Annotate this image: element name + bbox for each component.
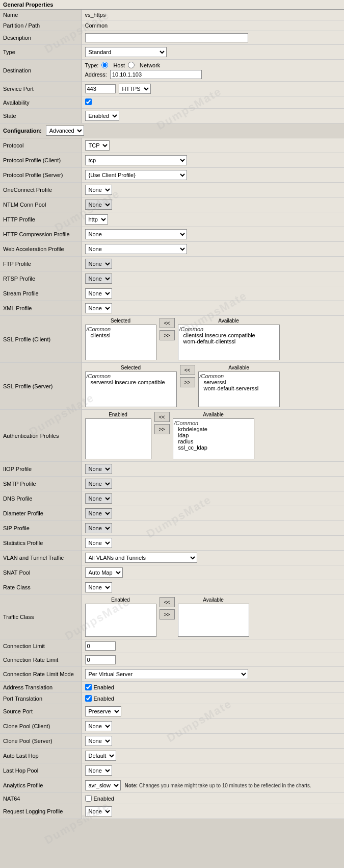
traffic-class-available-list[interactable] <box>178 604 249 637</box>
auth-available-list[interactable]: /Common krbdelegate ldap radius ssl_cc_l… <box>173 418 254 459</box>
http-profile-label: HTTP Profile <box>0 212 82 227</box>
ntlm-conn-pool-select[interactable]: None <box>85 200 112 210</box>
protocol-profile-client-select[interactable]: tcp <box>85 155 187 165</box>
http-compression-label: HTTP Compression Profile <box>0 227 82 242</box>
smtp-select[interactable]: None <box>85 479 112 489</box>
traffic-class-move-left-btn[interactable]: << <box>160 597 175 607</box>
auto-last-hop-label: Auto Last Hop <box>0 749 82 763</box>
dns-select[interactable]: None <box>85 493 112 504</box>
oneconnect-select[interactable]: None <box>85 185 112 195</box>
service-port-protocol-select[interactable]: HTTPS <box>119 84 151 94</box>
auth-move-right-btn[interactable]: >> <box>154 424 170 434</box>
diameter-label: Diameter Profile <box>0 506 82 521</box>
stream-select[interactable]: None <box>85 288 112 299</box>
snat-select[interactable]: Auto Map <box>85 567 123 578</box>
ssl-client-selected-list[interactable]: /Common clientssl <box>85 325 156 360</box>
ssl-client-available-item-1: wom-default-clientssl <box>179 338 278 344</box>
request-logging-select[interactable]: None <box>85 806 112 816</box>
ftp-select[interactable]: None <box>85 259 112 269</box>
ssl-server-move-left-btn[interactable]: << <box>180 365 195 375</box>
description-input[interactable] <box>85 33 248 42</box>
xml-select[interactable]: None <box>85 303 112 313</box>
connection-rate-limit-input[interactable] <box>85 655 116 664</box>
address-translation-checkbox[interactable] <box>85 684 92 690</box>
dest-address-input[interactable] <box>110 70 202 79</box>
ssl-server-selected-folder: /Common <box>87 373 175 379</box>
dest-host-radio[interactable] <box>101 62 108 68</box>
traffic-class-label: Traffic Class <box>0 595 82 639</box>
partition-value: Common <box>82 20 344 31</box>
diameter-select[interactable]: None <box>85 508 112 518</box>
source-port-select[interactable]: Preserve <box>85 706 121 716</box>
port-translation-text: Enabled <box>94 696 114 702</box>
state-select[interactable]: Enabled <box>85 111 119 121</box>
sip-label: SIP Profile <box>0 521 82 536</box>
web-accel-select[interactable]: None <box>85 244 187 254</box>
clone-pool-client-select[interactable]: None <box>85 721 112 731</box>
clone-pool-server-select[interactable]: None <box>85 736 112 746</box>
iiop-label: IIOP Profile <box>0 462 82 477</box>
auth-available-item-2: radius <box>174 438 253 444</box>
snat-label: SNAT Pool <box>0 565 82 580</box>
http-compression-select[interactable]: None <box>85 229 187 239</box>
type-label: Type <box>0 45 82 60</box>
ssl-client-available-list[interactable]: /Common clientssl-insecure-compatible wo… <box>178 325 280 360</box>
analytics-label: Analytics Profile <box>0 778 82 793</box>
auto-last-hop-select[interactable]: Default <box>85 751 116 761</box>
rate-class-select[interactable]: None <box>85 582 112 592</box>
config-mode-select[interactable]: Advanced <box>46 126 84 136</box>
connection-limit-input[interactable] <box>85 641 116 651</box>
service-port-value: HTTPS <box>82 82 344 96</box>
state-label: State <box>0 109 82 123</box>
port-translation-label: Port Translation <box>0 693 82 704</box>
request-logging-label: Request Logging Profile <box>0 804 82 819</box>
ssl-client-selected-item-0: clientssl <box>87 332 155 338</box>
port-translation-checkbox[interactable] <box>85 695 92 702</box>
protocol-profile-server-label: Protocol Profile (Server) <box>0 168 82 183</box>
stats-select[interactable]: None <box>85 538 112 548</box>
partition-text: Common <box>85 22 108 29</box>
dest-network-radio[interactable] <box>128 62 135 68</box>
availability-checkbox[interactable] <box>85 98 92 105</box>
traffic-class-enabled-list[interactable] <box>85 604 156 637</box>
ssl-client-move-right-btn[interactable]: >> <box>160 330 175 340</box>
analytics-select[interactable]: avr_slow <box>85 780 121 790</box>
protocol-select[interactable]: TCP <box>85 140 110 151</box>
partition-label: Partition / Path <box>0 20 82 31</box>
conn-rate-limit-mode-select[interactable]: Per Virtual Server <box>85 669 248 679</box>
ssl-server-available-item-1: wom-default-serverssl <box>200 385 278 391</box>
ssl-server-move-right-btn[interactable]: >> <box>180 377 195 387</box>
clone-pool-client-label: Clone Pool (Client) <box>0 719 82 734</box>
address-translation-label: Address Translation <box>0 682 82 693</box>
rate-class-label: Rate Class <box>0 580 82 595</box>
xml-label: XML Profile <box>0 301 82 316</box>
oneconnect-label: OneConnect Profile <box>0 183 82 197</box>
vlan-select[interactable]: All VLANs and Tunnels <box>85 553 197 563</box>
ntlm-conn-pool-label: NTLM Conn Pool <box>0 197 82 212</box>
rtsp-select[interactable]: None <box>85 274 112 284</box>
ssl-server-available-list[interactable]: /Common serverssl wom-default-serverssl <box>198 371 280 407</box>
ssl-client-move-left-btn[interactable]: << <box>160 318 175 328</box>
stats-label: Statistics Profile <box>0 536 82 551</box>
service-port-input[interactable] <box>85 84 116 93</box>
iiop-select[interactable]: None <box>85 464 112 474</box>
dest-network-label: Network <box>140 62 160 68</box>
protocol-profile-server-select[interactable]: {Use Client Profile} <box>85 170 187 180</box>
ssl-server-label: SSL Profile (Server) <box>0 363 82 410</box>
type-select[interactable]: Standard <box>85 47 167 57</box>
availability-label: Availability <box>0 96 82 109</box>
availability-value <box>82 96 344 109</box>
description-value <box>82 31 344 45</box>
traffic-class-move-right-btn[interactable]: >> <box>160 609 175 619</box>
traffic-class-enabled-header: Enabled <box>85 597 156 603</box>
traffic-class-available-header: Available <box>178 597 249 603</box>
auth-move-left-btn[interactable]: << <box>154 412 170 422</box>
last-hop-pool-select[interactable]: None <box>85 765 112 776</box>
nat64-label: NAT64 <box>0 793 82 804</box>
nat64-checkbox[interactable] <box>85 795 92 802</box>
http-profile-select[interactable]: http <box>85 214 108 225</box>
sip-select[interactable]: None <box>85 523 112 533</box>
auth-enabled-list[interactable] <box>85 418 151 459</box>
smtp-label: SMTP Profile <box>0 477 82 491</box>
ssl-server-selected-list[interactable]: /Common serverssl-insecure-compatible <box>85 371 177 407</box>
